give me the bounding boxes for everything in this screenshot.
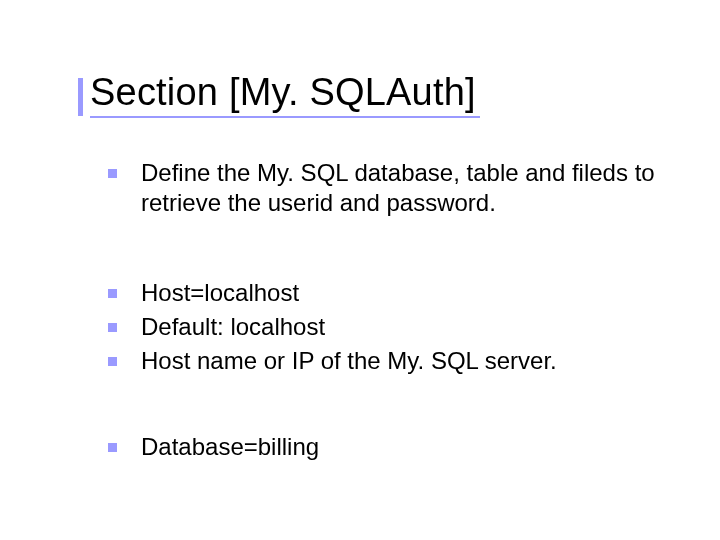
title-wrap: Section [My. SQLAuth] xyxy=(90,72,670,118)
bullet-text: Database=billing xyxy=(141,432,670,462)
title-accent-bar xyxy=(78,78,83,116)
bullet-gap xyxy=(80,222,670,278)
bullet-item: Database=billing xyxy=(80,432,670,462)
bullet-text: Host=localhost xyxy=(141,278,670,308)
bullet-text: Define the My. SQL database, table and f… xyxy=(141,158,670,218)
square-bullet-icon xyxy=(108,443,117,452)
square-bullet-icon xyxy=(108,169,117,178)
square-bullet-icon xyxy=(108,323,117,332)
square-bullet-icon xyxy=(108,357,117,366)
bullet-item: Default: localhost xyxy=(80,312,670,342)
slide-title: Section [My. SQLAuth] xyxy=(90,72,480,118)
slide: Section [My. SQLAuth] Define the My. SQL… xyxy=(0,0,720,540)
bullet-text: Host name or IP of the My. SQL server. xyxy=(141,346,670,376)
bullet-item: Host=localhost xyxy=(80,278,670,308)
square-bullet-icon xyxy=(108,289,117,298)
bullet-item: Host name or IP of the My. SQL server. xyxy=(80,346,670,376)
slide-body: Define the My. SQL database, table and f… xyxy=(80,158,670,462)
bullet-gap xyxy=(80,380,670,432)
bullet-text: Default: localhost xyxy=(141,312,670,342)
bullet-item: Define the My. SQL database, table and f… xyxy=(80,158,670,218)
